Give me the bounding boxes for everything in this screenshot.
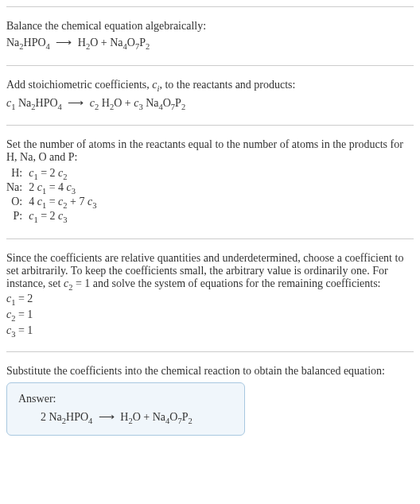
answer-label: Answer: xyxy=(18,393,233,405)
answer-equation: 2 Na2HPO4 ⟶ H2O + Na4O7P2 xyxy=(18,410,233,425)
atoms-table: H: c1 = 2 c2 Na: 2 c1 = 4 c3 O: 4 c1 = c… xyxy=(6,167,96,223)
coefficients-equation: c1 Na2HPO4 ⟶ c2 H2O + c3 Na4O7P2 xyxy=(6,96,414,111)
atoms-title: Set the number of atoms in the reactants… xyxy=(6,138,414,164)
element-equation: 2 c1 = 4 c3 xyxy=(29,181,96,196)
element-equation: c1 = 2 c2 xyxy=(29,167,96,181)
table-row: P: c1 = 2 c3 xyxy=(6,210,96,224)
element-equation: c1 = 2 c3 xyxy=(29,210,96,224)
coeff-value: c3 = 1 xyxy=(6,324,414,339)
coeff-value: c2 = 1 xyxy=(6,308,414,323)
solve-results: c1 = 2 c2 = 1 c3 = 1 xyxy=(6,293,414,338)
section-problem: Balance the chemical equation algebraica… xyxy=(6,6,414,65)
section-solve: Since the coefficients are relative quan… xyxy=(6,238,414,351)
table-row: Na: 2 c1 = 4 c3 xyxy=(6,181,96,196)
element-label: O: xyxy=(6,196,29,210)
section-coefficients: Add stoichiometric coefficients, ci, to … xyxy=(6,65,414,126)
solve-title: Since the coefficients are relative quan… xyxy=(6,252,414,292)
section-atoms: Set the number of atoms in the reactants… xyxy=(6,125,414,238)
coeff-value: c1 = 2 xyxy=(6,293,414,307)
problem-equation: Na2HPO4 ⟶ H2O + Na4O7P2 xyxy=(6,36,414,51)
answer-box: Answer: 2 Na2HPO4 ⟶ H2O + Na4O7P2 xyxy=(6,382,245,436)
table-row: H: c1 = 2 c2 xyxy=(6,167,96,181)
coefficients-title: Add stoichiometric coefficients, ci, to … xyxy=(6,79,414,93)
answer-title: Substitute the coefficients into the che… xyxy=(6,365,414,378)
element-label: P: xyxy=(6,210,29,224)
element-label: Na: xyxy=(6,181,29,196)
element-label: H: xyxy=(6,167,29,181)
element-equation: 4 c1 = c2 + 7 c3 xyxy=(29,196,96,210)
section-answer: Substitute the coefficients into the che… xyxy=(6,351,414,447)
problem-title: Balance the chemical equation algebraica… xyxy=(6,20,414,33)
table-row: O: 4 c1 = c2 + 7 c3 xyxy=(6,196,96,210)
